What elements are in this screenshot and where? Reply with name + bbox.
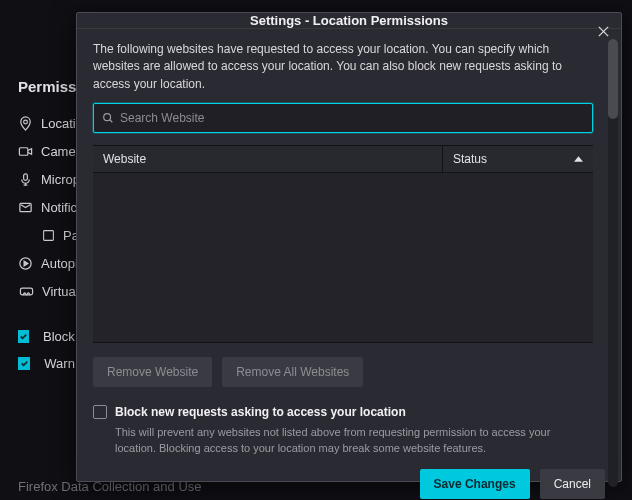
svg-rect-1 [19,147,27,155]
search-icon [102,112,114,124]
sidebar-item-vr[interactable]: Virtual [18,277,85,305]
scrollbar-thumb[interactable] [608,39,618,119]
autoplay-icon [18,255,33,271]
col-status[interactable]: Status [443,146,593,172]
remove-buttons-row: Remove Website Remove All Websites [93,357,605,387]
block-new-requests-section: Block new requests asking to access your… [93,405,593,457]
search-input[interactable] [120,111,584,125]
svg-point-7 [104,114,111,121]
sidebar-item-label: Virtual [42,284,79,299]
sidebar-item-camera[interactable]: Camera [18,137,85,165]
dialog-footer: Save Changes Cancel [77,469,605,499]
svg-point-0 [24,120,28,124]
permissions-heading: Permissions [18,78,85,95]
block-checkbox-row[interactable]: Block p [18,323,85,350]
svg-rect-4 [44,230,54,240]
block-new-requests-label: Block new requests asking to access your… [115,405,406,419]
location-permissions-dialog: Settings - Location Permissions The foll… [76,12,622,482]
svg-rect-6 [20,288,32,295]
dialog-header: Settings - Location Permissions [77,13,621,29]
cancel-button[interactable]: Cancel [540,469,605,499]
sidebar-item-pause[interactable]: Pause [18,221,85,249]
col-website-label: Website [103,152,146,166]
notifications-icon [18,199,33,215]
intro-text: The following websites have requested to… [93,41,593,93]
col-website[interactable]: Website [93,146,443,172]
dialog-body: The following websites have requested to… [77,29,621,457]
col-status-label: Status [453,152,487,166]
sidebar-item-autoplay[interactable]: Autoplay [18,249,85,277]
remove-website-button[interactable]: Remove Website [93,357,212,387]
checkbox-checked-icon [18,357,30,370]
remove-all-websites-button[interactable]: Remove All Websites [222,357,363,387]
warn-checkbox-row[interactable]: Warn y [18,350,85,377]
table-header: Website Status [93,145,593,173]
save-changes-button[interactable]: Save Changes [420,469,530,499]
microphone-icon [18,171,33,187]
sidebar-item-notifications[interactable]: Notifications [18,193,85,221]
location-icon [18,115,33,131]
sidebar-item-location[interactable]: Location [18,109,85,137]
sidebar-item-microphone[interactable]: Microphone [18,165,85,193]
block-new-requests-row[interactable]: Block new requests asking to access your… [93,405,593,419]
permissions-sidebar: Permissions Location Camera Microphone N… [0,0,85,500]
camera-icon [18,143,33,159]
vr-icon [18,283,34,299]
dialog-title: Settings - Location Permissions [250,13,448,28]
svg-rect-2 [24,173,28,180]
sort-up-icon [574,156,583,162]
checkbox-checked-icon [18,330,29,343]
table-body [93,173,593,343]
block-new-requests-checkbox[interactable] [93,405,107,419]
block-new-requests-description: This will prevent any websites not liste… [115,425,593,457]
search-field-wrap[interactable] [93,103,593,133]
checkbox-empty-icon [42,227,55,243]
